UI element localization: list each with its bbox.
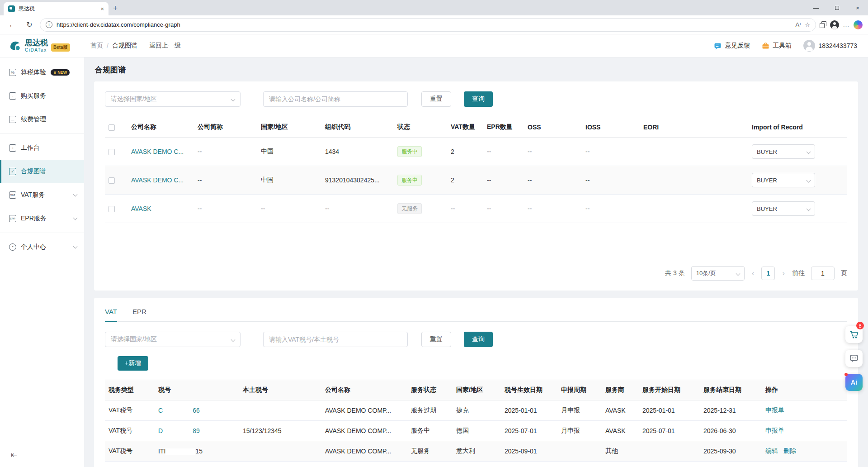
copilot-icon[interactable]: [854, 20, 863, 29]
cell-service-status: 服务过期: [407, 400, 453, 421]
sidebar-item[interactable]: 个人中心: [0, 235, 84, 259]
sidebar-item-label: 续费管理: [21, 115, 46, 124]
column-header: 服务开始日期: [639, 380, 700, 400]
feedback-button[interactable]: 意见反馈: [714, 42, 750, 50]
sidebar-item[interactable]: 购买服务: [0, 84, 84, 108]
cell-service-end-date: 2025-12-31: [700, 400, 762, 421]
row-checkbox[interactable]: [108, 149, 115, 155]
feedback-icon: [714, 42, 722, 50]
import-of-record-select[interactable]: BUYER: [752, 173, 815, 187]
prev-page-button[interactable]: ‹: [751, 269, 755, 278]
chevron-down-icon: [736, 271, 740, 276]
action-link[interactable]: 编辑: [765, 447, 778, 454]
toolbox-button[interactable]: 工具箱: [762, 42, 792, 50]
tax-reset-button[interactable]: 重置: [421, 332, 451, 347]
window-maximize-button[interactable]: [826, 0, 847, 15]
page-size-select[interactable]: 10条/页: [691, 266, 745, 281]
next-page-button[interactable]: ›: [781, 269, 786, 278]
cart-button[interactable]: 8: [845, 326, 863, 343]
sidebar-item[interactable]: 算税体验 NEW: [0, 61, 84, 84]
collections-icon[interactable]: [820, 21, 826, 28]
company-name-link[interactable]: AVASK DEMO C...: [131, 148, 184, 155]
window-close-button[interactable]: ×: [847, 0, 868, 15]
action-link[interactable]: 申报单: [765, 406, 784, 414]
import-of-record-select[interactable]: BUYER: [752, 201, 815, 216]
column-header: 服务结束日期: [700, 380, 762, 400]
toolbox-icon: [762, 42, 769, 50]
redacted-area: [163, 408, 193, 414]
cell-ioss: --: [582, 166, 640, 195]
chevron-down-icon: [73, 216, 78, 220]
sidebar-item[interactable]: VAT服务: [0, 183, 84, 207]
new-tab-button[interactable]: +: [108, 2, 122, 14]
tab-epr[interactable]: EPR: [132, 308, 146, 321]
user-avatar: [803, 40, 815, 52]
tab-vat[interactable]: VAT: [105, 308, 117, 322]
back-to-previous-link[interactable]: 返回上一级: [149, 42, 181, 50]
page-number-button[interactable]: 1: [761, 267, 775, 280]
chat-button[interactable]: [845, 350, 863, 367]
ai-assistant-button[interactable]: Ai: [845, 374, 863, 391]
page-size-value: 10条/页: [696, 269, 716, 277]
cell-tax-type: VAT税号: [105, 421, 155, 441]
add-button[interactable]: +新增: [118, 356, 148, 371]
sidebar-collapse-button[interactable]: ⇤: [11, 450, 17, 460]
sidebar-divider: [0, 133, 84, 134]
row-checkbox[interactable]: [108, 177, 115, 184]
cell-tax-type: VAT税号: [105, 441, 155, 462]
favorite-star-icon[interactable]: ☆: [805, 21, 810, 28]
tax-search-input[interactable]: [263, 332, 408, 347]
company-table-row: AVASK -- -- -- 无服务 -- -- -- --: [105, 195, 847, 223]
import-of-record-select[interactable]: BUYER: [752, 144, 815, 159]
chevron-down-icon: [73, 244, 78, 249]
cell-filing-cycle: [557, 462, 602, 467]
company-name-link[interactable]: AVASK DEMO C...: [131, 176, 184, 184]
goto-page-input[interactable]: [811, 267, 835, 280]
company-country-select[interactable]: 请选择国家/地区: [105, 91, 241, 107]
cell-service-status: 服务中: [407, 462, 453, 467]
breadcrumb-home-link[interactable]: 首页: [90, 42, 103, 50]
select-all-checkbox[interactable]: [108, 124, 115, 131]
cell-service-end-date: 2026-08-31: [700, 462, 762, 467]
tax-number-link[interactable]: ITI: [158, 448, 165, 455]
cell-oss: --: [524, 138, 582, 166]
cell-epr-count: --: [483, 195, 524, 223]
cell-import-of-record: BUYER: [748, 166, 847, 195]
cell-oss: --: [524, 166, 582, 195]
account-menu[interactable]: 18324433773: [803, 40, 857, 52]
company-search-button[interactable]: 查询: [464, 91, 493, 107]
browser-refresh-button[interactable]: ↻: [23, 20, 36, 29]
action-link[interactable]: 删除: [783, 447, 796, 454]
sidebar-item[interactable]: EPR服务: [0, 207, 84, 230]
address-bar[interactable]: https://client-dev.cidatax.com/complianc…: [40, 18, 816, 32]
browser-back-button[interactable]: ←: [5, 21, 19, 29]
company-search-input[interactable]: [263, 91, 408, 107]
browser-tab[interactable]: 思达税 ×: [4, 2, 108, 15]
profile-avatar-icon[interactable]: [830, 20, 839, 29]
tax-number-link[interactable]: 15: [195, 448, 203, 455]
company-table-body: AVASK DEMO C... -- 中国 1434 服务中 2 -- -- -…: [105, 138, 847, 223]
row-checkbox[interactable]: [108, 206, 115, 212]
action-link[interactable]: 申报单: [765, 427, 784, 434]
tab-close-icon[interactable]: ×: [100, 5, 104, 12]
read-aloud-icon[interactable]: A⁾: [795, 21, 801, 28]
sidebar-item[interactable]: 续费管理: [0, 108, 84, 131]
brand-logo[interactable]: 思达税 CiDATax Beta版: [8, 39, 84, 52]
column-header: 国家/地区: [453, 380, 501, 400]
tax-country-select[interactable]: 请选择国家/地区: [105, 332, 241, 347]
tax-number-link[interactable]: 66: [193, 407, 200, 414]
tax-number-link[interactable]: 89: [193, 427, 200, 434]
sidebar-item-label: 算税体验: [21, 68, 46, 76]
tax-number-link[interactable]: D: [158, 427, 163, 434]
tax-search-button[interactable]: 查询: [464, 332, 493, 347]
window-minimize-button[interactable]: —: [806, 0, 826, 15]
browser-menu-icon[interactable]: …: [843, 21, 850, 29]
site-info-icon[interactable]: [46, 21, 52, 28]
url-text[interactable]: https://client-dev.cidatax.com/complianc…: [57, 21, 791, 28]
company-name-link[interactable]: AVASK: [131, 205, 151, 212]
sidebar-item[interactable]: 合规图谱: [0, 160, 84, 183]
tax-number-link[interactable]: C: [158, 407, 163, 414]
sidebar-item[interactable]: 工作台: [0, 136, 84, 160]
company-reset-button[interactable]: 重置: [421, 91, 451, 107]
cell-local-tax-number: [239, 462, 321, 467]
